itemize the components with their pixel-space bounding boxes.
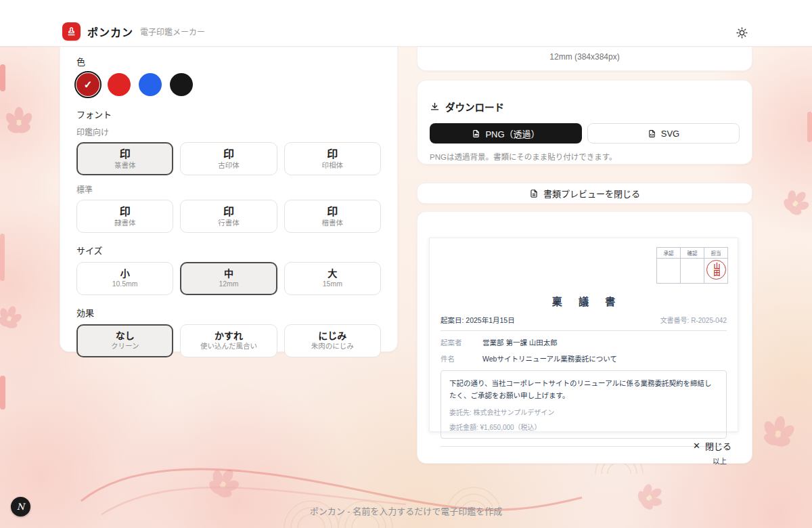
document-field-subject: 件名 Webサイトリニューアル業務委託について xyxy=(441,353,727,364)
color-swatch-row: ✓ xyxy=(76,73,381,96)
font-name: 古印体 xyxy=(218,162,240,170)
download-png-label: PNG（透過） xyxy=(485,127,539,140)
toggle-document-preview-button[interactable]: 書類プレビューを閉じる xyxy=(417,183,752,204)
font-group-standard: 印 隷書体 印 行書体 印 楷書体 xyxy=(76,200,381,233)
stamp-editor-panel: 色 ✓ フォント 印鑑向け 印 篆書体 印 古印体 印 印相体 標準 xyxy=(60,46,398,352)
size-title: 大 xyxy=(328,269,337,279)
color-swatch-red[interactable] xyxy=(108,73,131,96)
effect-title: かすれ xyxy=(215,331,243,341)
font-section-label: フォント xyxy=(76,108,381,120)
file-image-icon xyxy=(472,129,480,138)
font-option-tensho[interactable]: 印 篆書体 xyxy=(76,142,173,175)
approval-stamp-table: 承認 確認 担当 山田 xyxy=(656,247,728,284)
stamp-logo-icon xyxy=(62,22,81,41)
download-card: ダウンロード PNG（透過） SVG PNGは透過背景。書類にそのまま貼り付けで… xyxy=(417,80,752,164)
download-title: ダウンロード xyxy=(445,100,504,114)
field-value: 営業部 第一課 山田太郎 xyxy=(482,337,558,347)
size-value: 15mm xyxy=(323,280,342,288)
font-glyph: 印 xyxy=(327,206,338,218)
document-meta-row: 起案日: 2025年1月15日 文書番号: R-2025-042 xyxy=(441,315,727,325)
color-swatch-black[interactable] xyxy=(170,73,193,96)
size-option-medium[interactable]: 中 12mm xyxy=(180,262,277,295)
document-icon xyxy=(529,189,539,198)
download-svg-label: SVG xyxy=(661,129,679,139)
field-label: 起案者 xyxy=(441,337,482,347)
color-swatch-dark-red[interactable]: ✓ xyxy=(76,73,99,96)
size-title: 中 xyxy=(224,269,233,279)
approval-header: 担当 xyxy=(704,248,728,259)
document-divider xyxy=(441,330,727,331)
color-swatch-blue[interactable] xyxy=(139,73,162,96)
font-option-reisho[interactable]: 印 隷書体 xyxy=(76,200,173,233)
effect-desc: 使い込んだ風合い xyxy=(200,343,257,351)
download-svg-button[interactable]: SVG xyxy=(587,123,740,144)
font-name: 楷書体 xyxy=(322,219,344,227)
size-title: 小 xyxy=(120,269,130,279)
document-body-box: 下記の通り、当社コーポレートサイトのリニューアルに係る業務委託契約を締結したく、… xyxy=(441,370,727,439)
size-option-large[interactable]: 大 15mm xyxy=(284,262,381,295)
document-divider xyxy=(441,446,727,447)
font-option-gyosho[interactable]: 印 行書体 xyxy=(180,200,277,233)
size-section-label: サイズ xyxy=(76,244,381,257)
document-preview-card: 承認 確認 担当 山田 稟 議 書 起案日: 2025年1月15日 xyxy=(417,211,752,464)
personal-stamp: 山田 xyxy=(706,260,726,280)
document-title: 稟 議 書 xyxy=(441,294,727,308)
close-icon: ✕ xyxy=(693,441,700,451)
ringi-document-sheet: 承認 確認 担当 山田 稟 議 書 起案日: 2025年1月15日 xyxy=(429,238,738,432)
font-group-seal: 印 篆書体 印 古印体 印 印相体 xyxy=(76,142,381,175)
font-name: 隷書体 xyxy=(114,219,136,227)
font-name: 印相体 xyxy=(322,162,344,170)
field-value: Webサイトリニューアル業務委託について xyxy=(482,353,617,364)
document-date: 起案日: 2025年1月15日 xyxy=(441,315,515,325)
document-closing: 以上 xyxy=(441,456,727,466)
color-section-label: 色 xyxy=(76,55,381,68)
app-subtitle: 電子印鑑メーカー xyxy=(140,26,205,37)
stamp-preview-card: 12mm (384x384px) xyxy=(417,46,752,71)
font-glyph: 印 xyxy=(223,148,234,160)
download-note: PNGは透過背景。書類にそのまま貼り付けできます。 xyxy=(430,151,740,162)
effect-options: なし クリーン かすれ 使い込んだ風合い にじみ 朱肉のにじみ xyxy=(76,324,381,357)
size-value: 10.5mm xyxy=(112,280,138,288)
effect-section-label: 効果 xyxy=(76,306,381,319)
sun-icon xyxy=(736,27,748,39)
dev-tools-badge[interactable]: N xyxy=(11,497,30,516)
effect-title: なし xyxy=(116,331,135,341)
app-header: ポンカン 電子印鑑メーカー xyxy=(0,0,812,46)
download-buttons: PNG（透過） SVG xyxy=(430,123,740,144)
size-value: 12mm xyxy=(219,280,238,288)
stamp-size-note: 12mm (384x384px) xyxy=(549,52,619,62)
footer-tagline: ポンカン - 名前を入力するだけで電子印鑑を作成 xyxy=(0,504,812,517)
approval-cell-empty xyxy=(657,259,681,284)
file-code-icon xyxy=(648,129,656,138)
effect-desc: 朱肉のにじみ xyxy=(311,343,354,351)
font-name: 篆書体 xyxy=(114,162,136,170)
field-label: 件名 xyxy=(441,353,482,364)
approval-cell-empty xyxy=(681,259,704,284)
font-option-kaisho[interactable]: 印 楷書体 xyxy=(284,200,381,233)
brand: ポンカン 電子印鑑メーカー xyxy=(62,22,205,41)
effect-option-none[interactable]: なし クリーン xyxy=(76,324,173,357)
theme-toggle-button[interactable] xyxy=(734,24,750,41)
effect-desc: クリーン xyxy=(111,343,139,351)
close-label: 閉じる xyxy=(705,439,731,452)
font-group-standard-label: 標準 xyxy=(76,183,381,195)
font-glyph: 印 xyxy=(120,148,131,160)
close-preview-button[interactable]: ✕ 閉じる xyxy=(689,437,736,455)
download-icon xyxy=(430,102,440,112)
download-title-row: ダウンロード xyxy=(430,100,740,114)
font-group-seal-label: 印鑑向け xyxy=(76,126,381,137)
effect-option-nijimi[interactable]: にじみ 朱肉のにじみ xyxy=(284,324,381,357)
font-glyph: 印 xyxy=(327,148,338,160)
font-option-insotai[interactable]: 印 印相体 xyxy=(284,142,381,175)
download-png-button[interactable]: PNG（透過） xyxy=(430,123,582,144)
approval-header: 確認 xyxy=(681,248,704,259)
document-number: 文書番号: R-2025-042 xyxy=(660,315,727,325)
size-option-small[interactable]: 小 10.5mm xyxy=(76,262,173,295)
app-root: ポンカン 電子印鑑メーカー 色 ✓ フォント 印鑑向け 印 篆 xyxy=(0,0,812,528)
font-option-koin[interactable]: 印 古印体 xyxy=(180,142,277,175)
approval-cell-stamped: 山田 xyxy=(704,259,728,284)
document-field-author: 起案者 営業部 第一課 山田太郎 xyxy=(441,337,727,347)
font-name: 行書体 xyxy=(218,219,240,227)
check-icon: ✓ xyxy=(84,79,93,91)
effect-option-kasure[interactable]: かすれ 使い込んだ風合い xyxy=(180,324,277,357)
